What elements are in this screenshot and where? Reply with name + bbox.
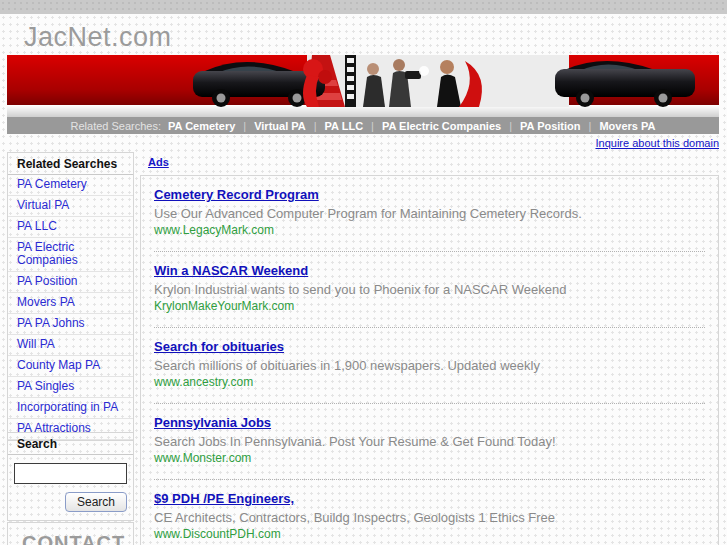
ad-title-link[interactable]: $9 PDH /PE Engineers, [154, 491, 294, 506]
related-search-link[interactable]: Movers PA [599, 120, 655, 132]
related-search-link[interactable]: PA Position [520, 120, 581, 132]
ad-listing: $9 PDH /PE Engineers, CE Architects, Con… [141, 480, 718, 545]
ads-panel: Cemetery Record Program Use Our Advanced… [140, 175, 719, 545]
related-search-bar-item: Virtual PA [235, 120, 305, 132]
sidebar-related-link[interactable]: Virtual PA [8, 196, 133, 216]
ad-display-url: www.DiscountPDH.com [154, 527, 705, 541]
related-searches-bar: Related Searches: PA Cemetery Virtual PA… [7, 117, 719, 134]
ad-listing: Search for obituaries Search millions of… [141, 328, 718, 404]
ad-description: Use Our Advanced Computer Program for Ma… [154, 206, 705, 221]
ad-description: Search Jobs In Pennsylvania. Post Your R… [154, 434, 705, 449]
related-search-link[interactable]: PA LLC [325, 120, 364, 132]
top-texture-band [0, 0, 727, 14]
sidebar-related-link[interactable]: PA Electric Companies [8, 238, 133, 271]
sidebar-related-link[interactable]: Will PA [8, 335, 133, 355]
related-search-bar-item: PA Position [501, 120, 580, 132]
inquire-domain-link[interactable]: Inquire about this domain [595, 137, 719, 149]
sidebar-related-link[interactable]: PA PA Johns [8, 314, 133, 334]
parked-domain-page: JacNet.com [0, 0, 727, 545]
ad-display-url: www.LegacyMark.com [154, 223, 705, 237]
related-search-bar-item: PA LLC [306, 120, 363, 132]
sidebar-related-searches: Related Searches PA Cemetery Virtual PA … [7, 152, 134, 441]
related-search-link[interactable]: PA Cemetery [168, 120, 235, 132]
limo-red-carpet-banner-image [7, 55, 719, 117]
ad-title-link[interactable]: Win a NASCAR Weekend [154, 263, 308, 278]
ads-label-link[interactable]: Ads [148, 156, 169, 168]
sidebar-related-link[interactable]: Incorporating in PA [8, 398, 133, 418]
ad-listing: Win a NASCAR Weekend Krylon Industrial w… [141, 252, 718, 328]
ad-title-link[interactable]: Cemetery Record Program [154, 187, 319, 202]
sidebar-list-item: Incorporating in PA [8, 398, 133, 419]
search-input[interactable] [14, 463, 127, 484]
sidebar-list-item: PA PA Johns [8, 314, 133, 335]
ad-display-url: KrylonMakeYourMark.com [154, 299, 705, 313]
sidebar-list-item: PA Singles [8, 377, 133, 398]
sidebar-related-link[interactable]: PA Cemetery [8, 175, 133, 195]
sidebar-list-item: PA Cemetery [8, 175, 133, 196]
related-searches-bar-label: Related Searches: [71, 120, 162, 132]
sidebar-related-link[interactable]: PA Position [8, 272, 133, 292]
sidebar-related-link[interactable]: PA Singles [8, 377, 133, 397]
sidebar-related-link[interactable]: County Map PA [8, 356, 133, 376]
sidebar-related-link[interactable]: Movers PA [8, 293, 133, 313]
sidebar-related-title: Related Searches [8, 153, 133, 175]
sidebar-contact-panel: CONTACT [7, 522, 134, 545]
sidebar-list-item: PA Position [8, 272, 133, 293]
search-button[interactable]: Search [65, 492, 127, 512]
sidebar-list-item: Virtual PA [8, 196, 133, 217]
ad-title-link[interactable]: Search for obituaries [154, 339, 284, 354]
contact-title: CONTACT [8, 523, 133, 545]
ad-description: Search millions of obituaries in 1,900 n… [154, 358, 705, 373]
ad-display-url: www.ancestry.com [154, 375, 705, 389]
related-search-bar-item: PA Electric Companies [363, 120, 501, 132]
ads-header: Ads [140, 152, 719, 175]
ad-display-url: www.Monster.com [154, 451, 705, 465]
ad-description: Krylon Industrial wants to send you to P… [154, 282, 705, 297]
search-panel-title: Search [8, 433, 133, 455]
related-search-link[interactable]: Virtual PA [254, 120, 306, 132]
sidebar-list-item: PA LLC [8, 217, 133, 238]
sidebar-list-item: PA Electric Companies [8, 238, 133, 272]
page-title: JacNet.com [24, 22, 172, 53]
sidebar-search-panel: Search Search [7, 432, 134, 521]
related-search-link[interactable]: PA Electric Companies [382, 120, 501, 132]
ad-title-link[interactable]: Pennsylvania Jobs [154, 415, 271, 430]
sidebar-related-list: PA Cemetery Virtual PA PA LLC PA Electri… [8, 175, 133, 440]
ad-listing: Cemetery Record Program Use Our Advanced… [141, 176, 718, 252]
ad-listing: Pennsylvania Jobs Search Jobs In Pennsyl… [141, 404, 718, 480]
sidebar-list-item: Movers PA [8, 293, 133, 314]
ad-description: CE Architects, Contractors, Buildg Inspe… [154, 510, 705, 525]
related-search-bar-item: PA Cemetery [168, 120, 235, 132]
related-search-bar-item: Movers PA [581, 120, 656, 132]
sidebar-list-item: Will PA [8, 335, 133, 356]
sidebar-related-link[interactable]: PA LLC [8, 217, 133, 237]
promo-banner [7, 55, 719, 117]
sidebar-list-item: County Map PA [8, 356, 133, 377]
related-searches-bar-links: PA Cemetery Virtual PA PA LLC PA Electri… [168, 120, 655, 132]
